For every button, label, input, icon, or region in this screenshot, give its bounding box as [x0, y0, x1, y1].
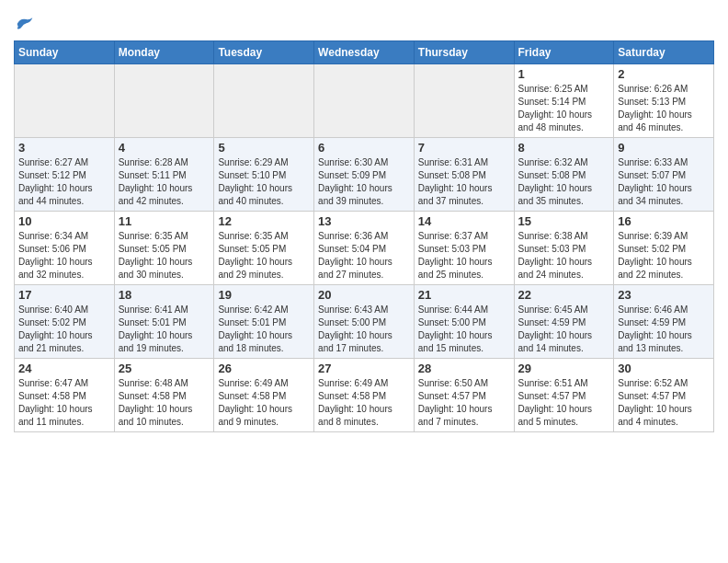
weekday-header-tuesday: Tuesday	[214, 41, 314, 64]
day-info: Sunrise: 6:41 AM Sunset: 5:01 PM Dayligh…	[119, 304, 210, 355]
day-info: Sunrise: 6:34 AM Sunset: 5:06 PM Dayligh…	[18, 230, 110, 282]
day-info: Sunrise: 6:36 AM Sunset: 5:04 PM Dayligh…	[318, 230, 410, 282]
logo-bird-icon	[16, 15, 34, 33]
calendar-day-cell: 10Sunrise: 6:34 AM Sunset: 5:06 PM Dayli…	[15, 212, 115, 285]
calendar-day-cell: 7Sunrise: 6:31 AM Sunset: 5:08 PM Daylig…	[414, 138, 514, 212]
calendar-day-cell: 8Sunrise: 6:32 AM Sunset: 5:08 PM Daylig…	[514, 138, 614, 212]
day-number: 23	[618, 288, 710, 302]
day-info: Sunrise: 6:40 AM Sunset: 5:02 PM Dayligh…	[18, 304, 110, 355]
day-number: 30	[618, 362, 710, 375]
day-info: Sunrise: 6:26 AM Sunset: 5:13 PM Dayligh…	[618, 83, 710, 134]
day-number: 5	[218, 141, 310, 155]
day-info: Sunrise: 6:49 AM Sunset: 4:58 PM Dayligh…	[218, 377, 310, 429]
weekday-header-monday: Monday	[114, 41, 214, 64]
day-number: 12	[218, 214, 310, 228]
calendar-day-cell: 12Sunrise: 6:35 AM Sunset: 5:05 PM Dayli…	[214, 212, 314, 285]
calendar-day-cell: 14Sunrise: 6:37 AM Sunset: 5:03 PM Dayli…	[414, 212, 514, 285]
calendar-day-cell: 15Sunrise: 6:38 AM Sunset: 5:03 PM Dayli…	[514, 212, 614, 285]
calendar-day-cell: 9Sunrise: 6:33 AM Sunset: 5:07 PM Daylig…	[614, 138, 714, 212]
calendar-day-cell	[15, 64, 115, 138]
calendar-day-cell	[114, 64, 214, 138]
day-info: Sunrise: 6:43 AM Sunset: 5:00 PM Dayligh…	[318, 304, 410, 355]
calendar-week-row-3: 10Sunrise: 6:34 AM Sunset: 5:06 PM Dayli…	[15, 212, 714, 285]
day-info: Sunrise: 6:37 AM Sunset: 5:03 PM Dayligh…	[418, 230, 510, 282]
day-number: 19	[218, 288, 310, 302]
calendar-day-cell: 18Sunrise: 6:41 AM Sunset: 5:01 PM Dayli…	[114, 285, 214, 359]
day-info: Sunrise: 6:29 AM Sunset: 5:10 PM Dayligh…	[218, 156, 310, 208]
day-info: Sunrise: 6:50 AM Sunset: 4:57 PM Dayligh…	[418, 377, 510, 429]
day-info: Sunrise: 6:46 AM Sunset: 4:59 PM Dayligh…	[618, 304, 710, 355]
calendar-day-cell: 17Sunrise: 6:40 AM Sunset: 5:02 PM Dayli…	[15, 285, 115, 359]
calendar-week-row-5: 24Sunrise: 6:47 AM Sunset: 4:58 PM Dayli…	[15, 359, 714, 432]
day-number: 26	[218, 362, 310, 375]
day-info: Sunrise: 6:25 AM Sunset: 5:14 PM Dayligh…	[518, 83, 610, 134]
calendar-day-cell: 5Sunrise: 6:29 AM Sunset: 5:10 PM Daylig…	[214, 138, 314, 212]
day-number: 7	[418, 141, 510, 155]
day-number: 3	[18, 141, 110, 155]
day-info: Sunrise: 6:44 AM Sunset: 5:00 PM Dayligh…	[418, 304, 510, 355]
day-info: Sunrise: 6:31 AM Sunset: 5:08 PM Dayligh…	[418, 156, 510, 208]
day-number: 15	[518, 214, 610, 228]
logo	[14, 15, 34, 33]
calendar-day-cell: 22Sunrise: 6:45 AM Sunset: 4:59 PM Dayli…	[514, 285, 614, 359]
calendar-day-cell: 21Sunrise: 6:44 AM Sunset: 5:00 PM Dayli…	[414, 285, 514, 359]
day-info: Sunrise: 6:45 AM Sunset: 4:59 PM Dayligh…	[518, 304, 610, 355]
day-number: 18	[119, 288, 210, 302]
day-number: 14	[418, 214, 510, 228]
weekday-header-friday: Friday	[514, 41, 614, 64]
page: SundayMondayTuesdayWednesdayThursdayFrid…	[0, 0, 728, 446]
day-info: Sunrise: 6:28 AM Sunset: 5:11 PM Dayligh…	[119, 156, 210, 208]
day-number: 16	[618, 214, 710, 228]
day-number: 17	[18, 288, 110, 302]
day-info: Sunrise: 6:32 AM Sunset: 5:08 PM Dayligh…	[518, 156, 610, 208]
day-info: Sunrise: 6:51 AM Sunset: 4:57 PM Dayligh…	[518, 377, 610, 429]
day-number: 28	[418, 362, 510, 375]
calendar-day-cell: 19Sunrise: 6:42 AM Sunset: 5:01 PM Dayli…	[214, 285, 314, 359]
calendar-day-cell: 13Sunrise: 6:36 AM Sunset: 5:04 PM Dayli…	[314, 212, 415, 285]
calendar-day-cell: 29Sunrise: 6:51 AM Sunset: 4:57 PM Dayli…	[514, 359, 614, 432]
header	[14, 9, 714, 33]
day-info: Sunrise: 6:42 AM Sunset: 5:01 PM Dayligh…	[218, 304, 310, 355]
calendar-day-cell: 16Sunrise: 6:39 AM Sunset: 5:02 PM Dayli…	[614, 212, 714, 285]
calendar-day-cell: 30Sunrise: 6:52 AM Sunset: 4:57 PM Dayli…	[614, 359, 714, 432]
day-number: 8	[518, 141, 610, 155]
calendar-day-cell: 26Sunrise: 6:49 AM Sunset: 4:58 PM Dayli…	[214, 359, 314, 432]
day-number: 27	[318, 362, 410, 375]
calendar-day-cell: 2Sunrise: 6:26 AM Sunset: 5:13 PM Daylig…	[614, 64, 714, 138]
calendar-day-cell: 1Sunrise: 6:25 AM Sunset: 5:14 PM Daylig…	[514, 64, 614, 138]
day-info: Sunrise: 6:49 AM Sunset: 4:58 PM Dayligh…	[318, 377, 410, 429]
day-number: 10	[18, 214, 110, 228]
calendar-week-row-4: 17Sunrise: 6:40 AM Sunset: 5:02 PM Dayli…	[15, 285, 714, 359]
weekday-header-thursday: Thursday	[414, 41, 514, 64]
calendar: SundayMondayTuesdayWednesdayThursdayFrid…	[14, 40, 714, 432]
day-info: Sunrise: 6:35 AM Sunset: 5:05 PM Dayligh…	[218, 230, 310, 282]
day-number: 2	[618, 67, 710, 81]
day-number: 24	[18, 362, 110, 375]
weekday-header-sunday: Sunday	[15, 41, 115, 64]
day-number: 20	[318, 288, 410, 302]
day-info: Sunrise: 6:52 AM Sunset: 4:57 PM Dayligh…	[618, 377, 710, 429]
day-info: Sunrise: 6:38 AM Sunset: 5:03 PM Dayligh…	[518, 230, 610, 282]
calendar-week-row-2: 3Sunrise: 6:27 AM Sunset: 5:12 PM Daylig…	[15, 138, 714, 212]
day-number: 1	[518, 67, 610, 81]
day-number: 6	[318, 141, 410, 155]
calendar-day-cell: 4Sunrise: 6:28 AM Sunset: 5:11 PM Daylig…	[114, 138, 214, 212]
calendar-day-cell: 6Sunrise: 6:30 AM Sunset: 5:09 PM Daylig…	[314, 138, 415, 212]
day-info: Sunrise: 6:48 AM Sunset: 4:58 PM Dayligh…	[119, 377, 210, 429]
calendar-day-cell: 25Sunrise: 6:48 AM Sunset: 4:58 PM Dayli…	[114, 359, 214, 432]
day-number: 21	[418, 288, 510, 302]
calendar-header-row: SundayMondayTuesdayWednesdayThursdayFrid…	[15, 41, 714, 64]
calendar-day-cell	[214, 64, 314, 138]
calendar-day-cell: 27Sunrise: 6:49 AM Sunset: 4:58 PM Dayli…	[314, 359, 415, 432]
day-info: Sunrise: 6:27 AM Sunset: 5:12 PM Dayligh…	[18, 156, 110, 208]
day-number: 4	[119, 141, 210, 155]
calendar-week-row-1: 1Sunrise: 6:25 AM Sunset: 5:14 PM Daylig…	[15, 64, 714, 138]
calendar-day-cell: 11Sunrise: 6:35 AM Sunset: 5:05 PM Dayli…	[114, 212, 214, 285]
calendar-day-cell	[314, 64, 415, 138]
day-info: Sunrise: 6:35 AM Sunset: 5:05 PM Dayligh…	[119, 230, 210, 282]
day-number: 13	[318, 214, 410, 228]
day-number: 29	[518, 362, 610, 375]
calendar-day-cell: 20Sunrise: 6:43 AM Sunset: 5:00 PM Dayli…	[314, 285, 415, 359]
calendar-day-cell	[414, 64, 514, 138]
calendar-day-cell: 3Sunrise: 6:27 AM Sunset: 5:12 PM Daylig…	[15, 138, 115, 212]
